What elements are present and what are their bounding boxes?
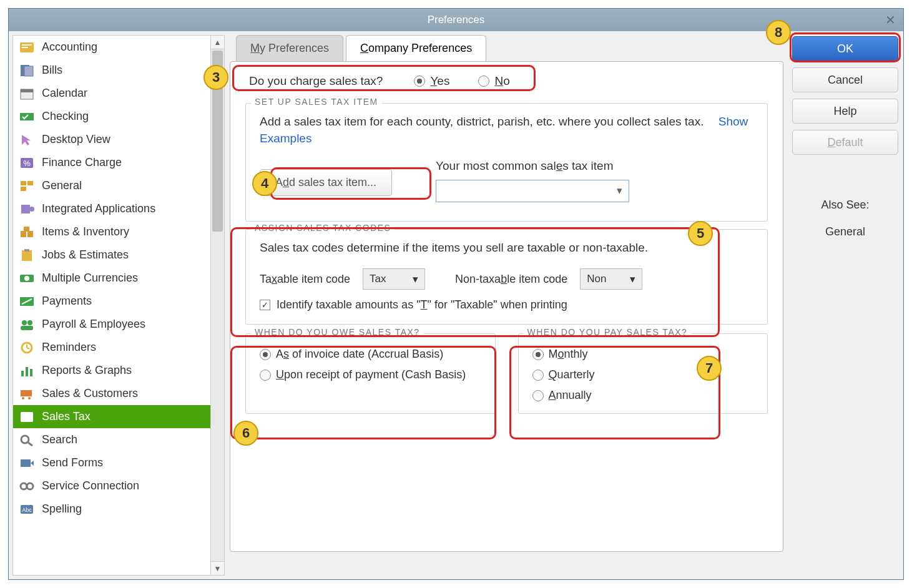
svg-point-14 <box>29 207 34 212</box>
also-see-header: Also See: <box>792 198 898 212</box>
radio-pay-annually[interactable]: Annually <box>532 389 754 402</box>
svg-rect-37 <box>21 459 31 467</box>
owe-legend: WHEN DO YOU OWE SALES TAX? <box>251 327 424 337</box>
sidebar-item-label: Reports & Graphs <box>42 364 132 377</box>
money-icon <box>18 295 36 308</box>
scroll-down-icon[interactable]: ▼ <box>211 561 224 575</box>
setup-legend: SET UP SALES TAX ITEM <box>251 97 382 107</box>
cancel-button[interactable]: Cancel <box>792 67 898 92</box>
people-icon <box>18 318 36 331</box>
annotation-badge-5: 5 <box>688 221 713 246</box>
sidebar-item-bills[interactable]: Bills <box>13 59 210 82</box>
svg-rect-18 <box>22 250 32 261</box>
sidebar-item-sales-tax[interactable]: %Sales Tax <box>13 405 210 428</box>
check-icon <box>18 110 36 124</box>
sidebar-item-service-connection[interactable]: Service Connection <box>13 474 210 497</box>
sidebar-item-label: Finance Charge <box>42 156 122 169</box>
svg-point-39 <box>27 483 33 489</box>
window-title: Preferences <box>428 14 485 26</box>
svg-rect-12 <box>21 187 26 191</box>
sidebar-item-spelling[interactable]: AbcSpelling <box>13 497 210 521</box>
svg-rect-13 <box>21 205 30 213</box>
sidebar-item-checking[interactable]: Checking <box>13 105 210 128</box>
bills-icon <box>18 64 36 77</box>
sidebar-item-label: Sales & Customers <box>42 387 138 400</box>
scroll-up-icon[interactable]: ▲ <box>211 36 224 49</box>
taxable-code-label: Taxable item code <box>260 273 350 286</box>
default-button[interactable]: Default <box>792 130 898 155</box>
clock-icon <box>18 341 36 355</box>
sidebar-item-label: Bills <box>42 64 62 77</box>
also-see-link[interactable]: General <box>792 225 898 238</box>
common-tax-label: Your most common sales tax item <box>436 158 629 175</box>
sidebar-item-multiple-currencies[interactable]: Multiple Currencies <box>13 267 210 290</box>
radio-icon <box>260 349 271 360</box>
radio-icon <box>532 390 544 401</box>
assign-codes-fieldset: ASSIGN SALES TAX CODES Sales tax codes d… <box>245 229 768 325</box>
sidebar-item-reports-graphs[interactable]: Reports & Graphs <box>13 359 210 382</box>
sidebar-item-desktop-view[interactable]: Desktop View <box>13 128 210 151</box>
common-tax-dropdown[interactable]: ▾ <box>436 180 629 202</box>
svg-point-35 <box>21 436 29 443</box>
owe-fieldset: WHEN DO YOU OWE SALES TAX? As of invoice… <box>245 333 496 414</box>
svg-rect-19 <box>24 249 29 252</box>
sidebar-item-sales-customers[interactable]: Sales & Customers <box>13 382 210 405</box>
radio-pay-monthly[interactable]: Monthly <box>532 348 754 361</box>
taxable-code-value: Tax <box>370 273 386 285</box>
sidebar-item-accounting[interactable]: Accounting <box>13 36 210 59</box>
sidebar-item-reminders[interactable]: Reminders <box>13 336 210 359</box>
annotation-badge-6: 6 <box>233 421 258 446</box>
radio-owe-cash[interactable]: Upon receipt of payment (Cash Basis) <box>260 368 481 381</box>
sidebar-item-jobs-estimates[interactable]: Jobs & Estimates <box>13 243 210 267</box>
sidebar-item-integrated-applications[interactable]: Integrated Applications <box>13 197 210 220</box>
sidebar-item-label: Desktop View <box>42 133 110 146</box>
close-icon[interactable]: ✕ <box>885 12 896 27</box>
cursor-icon <box>18 133 36 147</box>
taxable-code-dropdown[interactable]: Tax ▾ <box>363 268 425 290</box>
sidebar-item-label: Service Connection <box>42 479 139 492</box>
annotation-badge-3: 3 <box>203 65 228 90</box>
sidebar-item-calendar[interactable]: Calendar <box>13 82 210 105</box>
sidebar-item-send-forms[interactable]: Send Forms <box>13 451 210 474</box>
annotation-badge-7: 7 <box>697 356 722 381</box>
svg-rect-16 <box>27 231 33 237</box>
add-sales-tax-item-button[interactable]: Add sales tax item... <box>260 169 392 196</box>
radio-owe-accrual[interactable]: As of invoice date (Accrual Basis) <box>260 348 481 361</box>
identify-checkbox[interactable]: ✓ <box>260 300 270 310</box>
sidebar-item-label: Reminders <box>42 341 96 354</box>
radio-icon <box>478 76 489 87</box>
svg-rect-6 <box>21 89 33 92</box>
tab-my-preferences[interactable]: My Preferences <box>236 35 343 61</box>
setup-description: Add a sales tax item for each county, di… <box>260 115 704 128</box>
nontaxable-code-dropdown[interactable]: Non ▾ <box>580 268 642 290</box>
sidebar-item-finance-charge[interactable]: %Finance Charge <box>13 151 210 174</box>
sidebar-item-payments[interactable]: Payments <box>13 290 210 313</box>
svg-text:Abc: Abc <box>22 507 32 513</box>
sidebar-item-label: Integrated Applications <box>42 202 155 215</box>
svg-point-21 <box>24 276 29 281</box>
radio-charge-yes[interactable]: Yes <box>414 74 449 88</box>
cart-icon <box>18 387 36 401</box>
sidebar-item-payroll-employees[interactable]: Payroll & Employees <box>13 313 210 336</box>
sidebar-scrollbar[interactable]: ▲ ▼ <box>211 35 225 576</box>
sidebar-item-label: Accounting <box>42 41 97 54</box>
sidebar-item-label: Checking <box>42 110 89 123</box>
sidebar-item-label: General <box>42 179 82 192</box>
identify-label: Identify taxable amounts as "T" for "Tax… <box>277 298 567 311</box>
svg-rect-28 <box>26 367 28 376</box>
sidebar-item-items-inventory[interactable]: Items & Inventory <box>13 220 210 243</box>
assign-legend: ASSIGN SALES TAX CODES <box>251 223 395 233</box>
percent-icon: % <box>18 156 36 170</box>
tab-company-preferences[interactable]: Company Preferences <box>346 35 486 61</box>
ok-button[interactable]: OK <box>792 36 898 61</box>
sidebar-item-general[interactable]: General <box>13 174 210 197</box>
sidebar-item-label: Jobs & Estimates <box>42 248 129 262</box>
radio-charge-no[interactable]: No <box>478 74 509 88</box>
svg-rect-29 <box>30 369 32 376</box>
annotation-badge-8: 8 <box>766 20 791 45</box>
search-icon <box>18 433 36 447</box>
sidebar-item-search[interactable]: Search <box>13 428 210 451</box>
boxes-icon <box>18 225 36 239</box>
help-button[interactable]: Help <box>792 99 898 124</box>
sidebar: AccountingBillsCalendarCheckingDesktop V… <box>12 35 211 576</box>
